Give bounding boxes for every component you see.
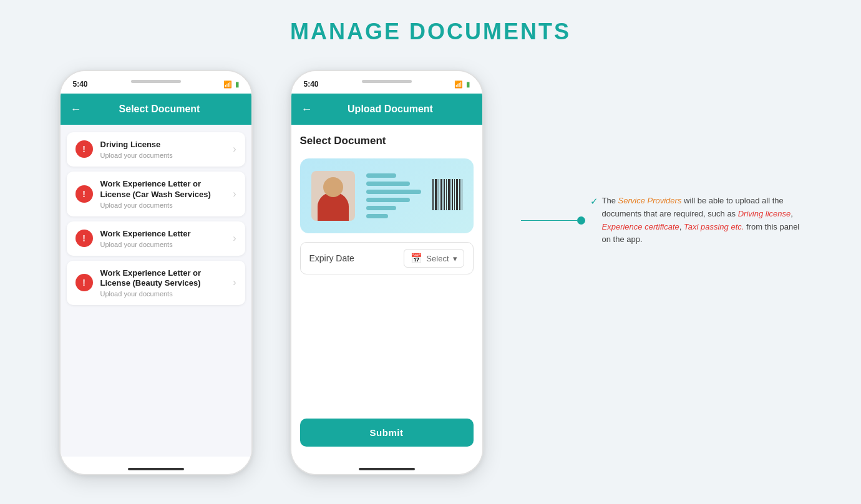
expiry-select-placeholder: Select [426, 254, 449, 263]
expiry-select-dropdown[interactable]: 📅 Select ▾ [404, 249, 464, 268]
dropdown-chevron-icon: ▾ [453, 254, 457, 263]
calendar-icon: 📅 [411, 253, 422, 264]
avatar-head [323, 177, 343, 197]
doc-list-item-1[interactable]: ! Work Experience Letter or License (Car… [67, 172, 245, 216]
doc-sub-0: Upload your documents [100, 152, 226, 159]
doc-sub-3: Upload your documents [100, 290, 226, 298]
phone2-time: 5:40 [304, 80, 319, 89]
doc-list-item-2[interactable]: ! Work Experience Letter Upload your doc… [67, 221, 245, 256]
annotation-dot [577, 216, 585, 225]
doc-info-2: Work Experience Letter Upload your docum… [100, 229, 226, 248]
submit-button[interactable]: Submit [300, 419, 474, 447]
id-lines [366, 173, 421, 218]
id-line-6 [366, 214, 388, 218]
phone1-status-bar: 5:40 📶 ▮ [61, 71, 251, 94]
expiry-label: Expiry Date [309, 253, 398, 263]
doc-list-item-3[interactable]: ! Work Experience Letter or License (Bea… [67, 261, 245, 306]
annotation-check-icon: ✓ [590, 196, 598, 207]
doc-sub-1: Upload your documents [100, 201, 226, 209]
alert-icon-2: ! [75, 230, 93, 247]
phone2-header-title: Upload Document [320, 104, 461, 115]
chevron-right-0: › [233, 143, 236, 155]
doc-name-3: Work Experience Letter or License (Beaut… [100, 268, 226, 289]
phone2-body: Select Document [291, 125, 482, 457]
id-line-4 [366, 198, 410, 202]
phone2-notch-pill [362, 80, 412, 83]
phones-container: 5:40 📶 ▮ ← Select Document ! Driving Lic… [12, 70, 849, 475]
phone2-wifi-icon: 📶 [454, 80, 463, 89]
doc-sub-2: Upload your documents [100, 241, 226, 248]
phone1-time: 5:40 [73, 80, 88, 89]
phone1-shell: 5:40 📶 ▮ ← Select Document ! Driving Lic… [59, 70, 253, 475]
phone2-battery-icon: ▮ [466, 80, 470, 89]
phone1-header: ← Select Document [61, 94, 251, 125]
chevron-right-3: › [233, 277, 236, 288]
chevron-right-2: › [233, 233, 236, 244]
phone2-status-bar: 5:40 📶 ▮ [291, 71, 482, 94]
alert-icon-1: ! [75, 185, 93, 203]
phone1-bottom-bar [61, 457, 251, 474]
id-avatar-wrap [311, 171, 355, 221]
phone1-body: ! Driving License Upload your documents … [61, 125, 251, 457]
id-line-3 [366, 190, 421, 194]
annotation-container: ✓ The Service Providers will be able to … [521, 195, 802, 246]
id-line-1 [366, 173, 396, 178]
id-line-5 [366, 206, 396, 210]
doc-name-0: Driving License [100, 140, 226, 150]
id-line-2 [366, 182, 410, 186]
doc-list-item-0[interactable]: ! Driving License Upload your documents … [67, 132, 245, 167]
doc-info-0: Driving License Upload your documents [100, 140, 226, 159]
wifi-icon: 📶 [223, 80, 232, 89]
id-card-illustration [300, 158, 474, 233]
alert-icon-3: ! [75, 274, 93, 291]
chevron-right-1: › [233, 188, 236, 200]
battery-icon: ▮ [235, 80, 239, 89]
phone1-notch-pill [131, 80, 181, 83]
phone1-header-title: Select Document [89, 104, 230, 115]
phone2-bottom-bar [291, 457, 482, 474]
page-title: MANAGE DOCUMENTS [290, 19, 571, 45]
phone1-status-icons: 📶 ▮ [223, 80, 239, 89]
phone2-header: ← Upload Document [291, 94, 482, 125]
alert-icon-0: ! [75, 140, 93, 158]
phone2-back-arrow[interactable]: ← [301, 103, 313, 116]
doc-info-1: Work Experience Letter or License (Car W… [100, 179, 226, 209]
phone2-home-indicator [359, 468, 415, 470]
expiry-date-row: Expiry Date 📅 Select ▾ [300, 242, 474, 274]
phone2-shell: 5:40 📶 ▮ ← Upload Document Select Docume… [290, 70, 484, 475]
doc-name-1: Work Experience Letter or License (Car W… [100, 179, 226, 200]
phone2-status-icons: 📶 ▮ [454, 80, 470, 89]
barcode-illustration [432, 179, 462, 213]
annotation-text: The Service Providers will be able to up… [602, 195, 802, 246]
doc-name-2: Work Experience Letter [100, 229, 226, 240]
phone1-home-indicator [128, 468, 184, 470]
doc-info-3: Work Experience Letter or License (Beaut… [100, 268, 226, 298]
annotation-line [521, 220, 577, 221]
phone1-back-arrow[interactable]: ← [71, 103, 82, 116]
annotation-text-area: ✓ The Service Providers will be able to … [590, 195, 802, 246]
phone2-section-title: Select Document [300, 135, 474, 147]
spacer [300, 283, 474, 410]
